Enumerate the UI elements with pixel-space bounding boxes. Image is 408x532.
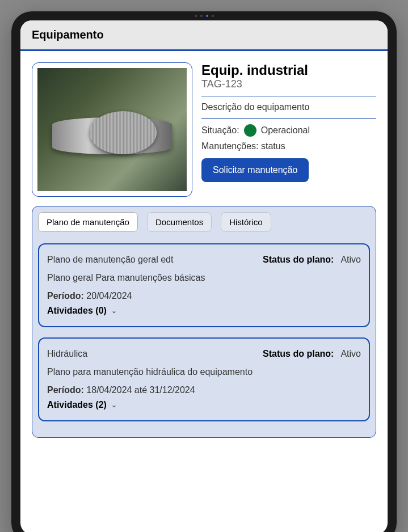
plan-status-value: Ativo [340,255,361,265]
tablet-frame: Equipamento Equip. industrial TAG-123 De… [11,11,397,532]
status-row: Situação: Operacional [201,124,376,137]
equipment-description: Descrição do equipamento [201,102,376,112]
situation-value: Operacional [261,125,310,136]
equipment-info: Equip. industrial TAG-123 Descrição do e… [201,62,376,197]
sensor-bar [195,15,214,17]
content-area: Equip. industrial TAG-123 Descrição do e… [20,51,388,532]
status-indicator-icon [244,124,256,137]
divider [201,118,376,119]
plan-status-label: Status do plano: [263,255,334,265]
plan-card: Plano de manutenção geral edt Status do … [38,243,370,327]
equipment-image-frame [32,62,192,197]
period-label: Período: [47,291,84,301]
plan-status-value: Ativo [340,349,361,359]
plan-title: Hidráulica [47,349,87,359]
plan-period: Período: 20/04/2024 [47,291,361,301]
activities-toggle[interactable]: Atividades (2) ⌄ [47,400,361,410]
page-title: Equipamento [32,28,104,41]
equipment-image [37,68,187,191]
chevron-down-icon: ⌄ [111,401,117,409]
plan-description: Plano para manutenção hidráulica do equi… [47,367,361,377]
plan-status: Status do plano: Ativo [263,255,361,265]
request-maintenance-button[interactable]: Solicitar manutenção [201,158,309,182]
plan-card: Hidráulica Status do plano: Ativo Plano … [38,337,370,421]
period-value: 20/04/2024 [86,291,132,301]
activities-toggle[interactable]: Atividades (0) ⌄ [47,306,361,316]
equipment-summary: Equip. industrial TAG-123 Descrição do e… [32,62,376,197]
plan-description: Plano geral Para manutenções básicas [47,273,361,283]
tab-maintenance-plan[interactable]: Plano de manutenção [38,212,138,232]
situation-label: Situação: [201,125,239,136]
tab-history[interactable]: Histórico [221,212,271,232]
tabs-panel: Plano de manutenção Documentos Histórico… [32,206,376,438]
plan-header: Hidráulica Status do plano: Ativo [47,349,361,359]
period-value: 18/04/2024 até 31/12/2024 [86,385,195,395]
maintenance-status: Manutenções: status [201,141,376,151]
activities-label: Atividades (0) [47,306,107,316]
tabs: Plano de manutenção Documentos Histórico [38,212,370,232]
equipment-name: Equip. industrial [201,62,376,78]
plan-period: Período: 18/04/2024 até 31/12/2024 [47,385,361,395]
divider [201,96,376,96]
plan-status: Status do plano: Ativo [263,349,361,359]
period-label: Período: [47,385,84,395]
equipment-tag: TAG-123 [201,78,376,90]
page-header: Equipamento [20,20,388,51]
chevron-down-icon: ⌄ [111,307,117,315]
plan-status-label: Status do plano: [263,349,334,359]
plan-header: Plano de manutenção geral edt Status do … [47,255,361,265]
tab-documents[interactable]: Documentos [147,212,212,232]
activities-label: Atividades (2) [47,400,107,410]
plan-title: Plano de manutenção geral edt [47,255,173,265]
screen: Equipamento Equip. industrial TAG-123 De… [20,20,388,532]
